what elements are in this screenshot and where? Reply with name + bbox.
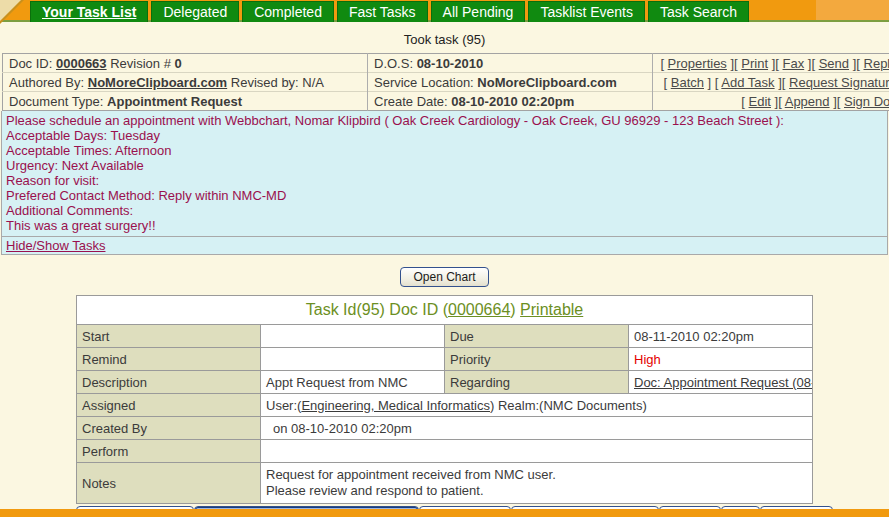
task-title-prefix: Task Id(95) Doc ID ( bbox=[306, 301, 448, 318]
tab-tasklist-events[interactable]: Tasklist Events bbox=[528, 1, 645, 22]
message-line: Prefered Contact Method: Reply within NM… bbox=[6, 188, 883, 203]
bottom-orange-strip bbox=[0, 509, 889, 517]
printable-link[interactable]: Printable bbox=[520, 301, 583, 318]
service-location-value: NoMoreClipboard.com bbox=[477, 75, 616, 90]
regarding-doc-link[interactable]: Doc: Appointment Request (08-10-2010) fo… bbox=[634, 375, 813, 390]
created-by-value: on 08-10-2010 02:20pm bbox=[261, 417, 813, 440]
tab-label: Fast Tasks bbox=[349, 4, 416, 20]
description-label: Description bbox=[77, 371, 261, 394]
description-value: Appt Request from NMC bbox=[261, 371, 445, 394]
batch-link[interactable]: Batch bbox=[671, 75, 704, 90]
assigned-label: Assigned bbox=[77, 394, 261, 417]
due-value: 08-11-2010 02:20pm bbox=[629, 325, 813, 348]
create-date-value: 08-10-2010 02:20pm bbox=[451, 94, 574, 109]
notes-label: Notes bbox=[77, 463, 261, 504]
message-lines: Please schedule an appointment with Webb… bbox=[2, 111, 887, 236]
open-chart-container: Open Chart bbox=[0, 267, 889, 287]
revision-value: 0 bbox=[175, 56, 182, 71]
create-date-label: Create Date: bbox=[374, 94, 451, 109]
start-label: Start bbox=[77, 325, 261, 348]
revised-by-label: Revised by: N/A bbox=[227, 75, 324, 90]
tab-delegated[interactable]: Delegated bbox=[151, 1, 239, 22]
doc-header-row-3: Document Type: Appointment Request Creat… bbox=[3, 92, 889, 111]
notes-value: Request for appointment received from NM… bbox=[261, 463, 813, 504]
tab-label: Task Search bbox=[660, 4, 737, 20]
doc-actions-row-2: Batch Add TaskRequest Signature bbox=[653, 73, 889, 92]
doc-actions-row-1: PropertiesPrintFaxSendReply bbox=[653, 54, 889, 73]
perform-label: Perform bbox=[77, 440, 261, 463]
table-row: Perform bbox=[77, 440, 813, 463]
send-link[interactable]: Send bbox=[819, 56, 849, 71]
created-by-label: Created By bbox=[77, 417, 261, 440]
add-task-link[interactable]: Add Task bbox=[721, 75, 774, 90]
hide-show-tasks-row: Hide/Show Tasks bbox=[2, 236, 887, 254]
doc-header-row-2: Authored By: NoMoreClipboard.com Revised… bbox=[3, 73, 889, 92]
service-location-cell: Service Location: NoMoreClipboard.com bbox=[368, 73, 653, 92]
message-line: Additional Comments: bbox=[6, 203, 883, 218]
tab-label: Completed bbox=[254, 4, 322, 20]
tab-all-pending[interactable]: All Pending bbox=[431, 1, 526, 22]
tab-label: All Pending bbox=[443, 4, 514, 20]
regarding-value: Doc: Appointment Request (08-10-2010) fo… bbox=[629, 371, 813, 394]
table-row: Remind Priority High bbox=[77, 348, 813, 371]
page-corner-fold-icon bbox=[0, 0, 24, 24]
table-row: Notes Request for appointment received f… bbox=[77, 463, 813, 504]
create-date-cell: Create Date: 08-10-2010 02:20pm bbox=[368, 92, 653, 111]
perform-value bbox=[261, 440, 813, 463]
due-label: Due bbox=[445, 325, 629, 348]
doc-header-row-1: Doc ID: 0000663 Revision # 0 D.O.S: 08-1… bbox=[3, 54, 889, 73]
tabbar-right-filler bbox=[816, 0, 889, 20]
reply-link[interactable]: Reply bbox=[864, 56, 889, 71]
doc-id-link[interactable]: 0000663 bbox=[56, 56, 107, 71]
edit-doc-link[interactable]: Edit bbox=[749, 94, 771, 109]
tab-your-task-list[interactable]: Your Task List bbox=[30, 1, 148, 22]
document-type-label: Document Type: bbox=[9, 94, 107, 109]
authored-by-link[interactable]: NoMoreClipboard.com bbox=[88, 75, 227, 90]
message-line: Acceptable Times: Afternoon bbox=[6, 143, 883, 158]
priority-value: High bbox=[629, 348, 813, 371]
assigned-user-link[interactable]: Engineering, Medical Informatics bbox=[301, 398, 490, 413]
tab-label: Delegated bbox=[163, 4, 227, 20]
properties-link[interactable]: Properties bbox=[668, 56, 727, 71]
sign-doc-link[interactable]: Sign Doc bbox=[844, 94, 889, 109]
authored-by-cell: Authored By: NoMoreClipboard.com Revised… bbox=[3, 73, 368, 92]
message-line: Please schedule an appointment with Webb… bbox=[6, 113, 883, 128]
tab-completed[interactable]: Completed bbox=[242, 1, 334, 22]
authored-by-label: Authored By: bbox=[9, 75, 88, 90]
message-line: This was a great surgery!! bbox=[6, 218, 883, 233]
fax-link[interactable]: Fax bbox=[783, 56, 805, 71]
message-line: Reason for visit: bbox=[6, 173, 883, 188]
tab-fast-tasks[interactable]: Fast Tasks bbox=[337, 1, 428, 22]
notes-line-1: Request for appointment received from NM… bbox=[266, 467, 807, 483]
task-tab-bar: Your Task List Delegated Completed Fast … bbox=[0, 0, 889, 22]
doc-id-label: Doc ID: bbox=[9, 56, 56, 71]
message-line: Acceptable Days: Tuesday bbox=[6, 128, 883, 143]
document-type-value: Appointment Request bbox=[107, 94, 242, 109]
appointment-request-message-box: Please schedule an appointment with Webb… bbox=[1, 111, 888, 255]
priority-label: Priority bbox=[445, 348, 629, 371]
tab-task-search[interactable]: Task Search bbox=[648, 1, 749, 22]
print-link[interactable]: Print bbox=[741, 56, 768, 71]
assigned-value: User:(Engineering, Medical Informatics) … bbox=[261, 394, 813, 417]
append-link[interactable]: Append bbox=[785, 94, 830, 109]
service-location-label: Service Location: bbox=[374, 75, 477, 90]
task-title-mid: ) bbox=[510, 301, 520, 318]
dos-value: 08-10-2010 bbox=[417, 56, 484, 71]
document-type-cell: Document Type: Appointment Request bbox=[3, 92, 368, 111]
hide-show-tasks-link[interactable]: Hide/Show Tasks bbox=[6, 238, 105, 253]
task-doc-id-link[interactable]: 0000664 bbox=[448, 301, 510, 318]
assigned-suffix: ) Realm:(NMC Documents) bbox=[490, 398, 647, 413]
table-row: Assigned User:(Engineering, Medical Info… bbox=[77, 394, 813, 417]
open-chart-button[interactable]: Open Chart bbox=[400, 267, 488, 287]
regarding-label: Regarding bbox=[445, 371, 629, 394]
revision-label: Revision # bbox=[107, 56, 175, 71]
dos-label: D.O.S: bbox=[374, 56, 417, 71]
table-row: Description Appt Request from NMC Regard… bbox=[77, 371, 813, 394]
task-detail-table: Task Id(95) Doc ID (0000664) Printable S… bbox=[76, 295, 813, 504]
tab-label: Your Task List bbox=[42, 4, 136, 20]
assigned-prefix: User:( bbox=[266, 398, 301, 413]
message-line: Urgency: Next Available bbox=[6, 158, 883, 173]
page-title: Took task (95) bbox=[0, 32, 889, 47]
start-value bbox=[261, 325, 445, 348]
request-signature-link[interactable]: Request Signature bbox=[789, 75, 889, 90]
